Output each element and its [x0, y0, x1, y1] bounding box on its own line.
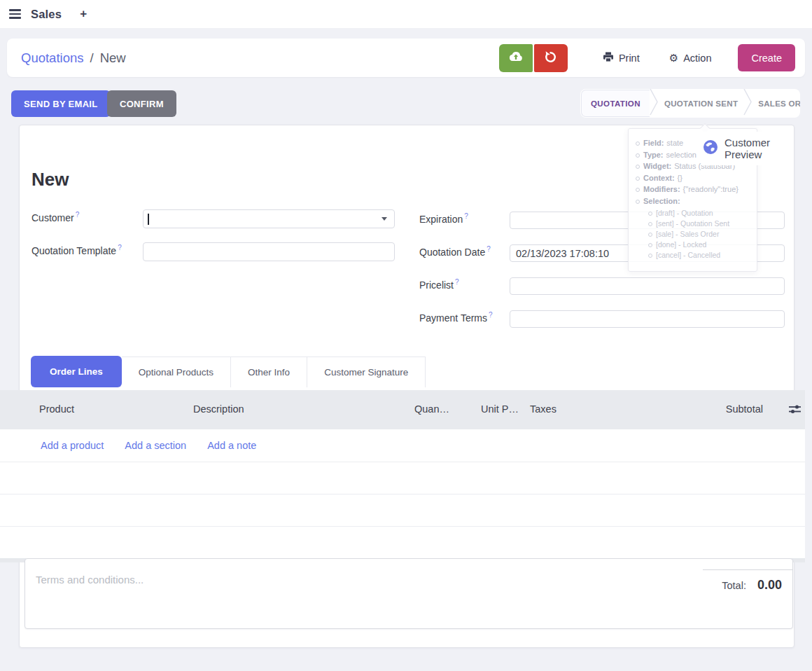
tooltip-selection-item: [sent] - Quotation Sent [648, 219, 751, 229]
table-body: Add a product Add a section Add a note [0, 429, 805, 559]
table-header-row: Product Description Quan… Unit P… Taxes … [0, 390, 805, 429]
payment-terms-input[interactable] [510, 310, 785, 328]
customer-field-label: Customer? [31, 211, 79, 223]
print-label: Print [619, 53, 640, 64]
action-button[interactable]: ⚙ Action [669, 53, 712, 64]
tooltip-selection-item: [draft] - Quotation [648, 208, 751, 219]
undo-icon [544, 50, 557, 65]
tooltip-row: Selection: [636, 195, 751, 207]
empty-table-row [0, 494, 805, 527]
column-header-product[interactable]: Product [39, 403, 74, 415]
order-footer: Terms and conditions... Total: 0.00 [24, 558, 793, 629]
caret-down-icon[interactable] [382, 217, 387, 221]
optional-columns-icon[interactable] [789, 404, 801, 417]
app-menu-sales[interactable]: Sales [31, 8, 62, 21]
send-by-email-button[interactable]: SEND BY EMAIL [11, 90, 111, 117]
tab-optional-products[interactable]: Optional Products [122, 357, 231, 387]
breadcrumb-separator: / [90, 50, 93, 66]
tooltip-selection-list: [draft] - Quotation [sent] - Quotation S… [648, 208, 751, 261]
top-navbar: Sales + [0, 0, 812, 28]
column-header-quantity[interactable]: Quan… [414, 403, 449, 415]
total-block: Total: 0.00 [703, 569, 792, 593]
quotation-date-field-label: Quotation Date? [419, 245, 491, 258]
payment-terms-field-label: Payment Terms? [419, 311, 493, 324]
customer-preview-button[interactable]: Customer Preview [701, 132, 784, 165]
save-button[interactable] [499, 44, 533, 72]
tab-other-info[interactable]: Other Info [231, 357, 307, 387]
text-cursor [148, 214, 149, 225]
notebook-tabs: Order Lines Optional Products Other Info… [31, 356, 426, 387]
column-header-unit-price[interactable]: Unit P… [481, 403, 519, 415]
terms-and-conditions-input[interactable]: Terms and conditions... [36, 574, 144, 586]
pricelist-field-label: Pricelist? [419, 278, 459, 291]
chevron-right-icon [650, 89, 659, 118]
record-title: New [31, 169, 69, 191]
column-header-description[interactable]: Description [193, 403, 244, 415]
help-icon: ? [464, 212, 468, 220]
pricelist-input[interactable] [510, 277, 785, 295]
cloud-upload-icon [509, 51, 523, 64]
create-button[interactable]: Create [738, 44, 795, 71]
tooltip-selection-item: [sale] - Sales Order [648, 229, 751, 240]
total-value: 0.00 [757, 578, 782, 593]
print-button[interactable]: Print [603, 52, 640, 64]
tooltip-selection-item: [done] - Locked [648, 240, 751, 250]
quotation-template-input[interactable] [143, 242, 395, 261]
help-icon: ? [486, 245, 491, 253]
table-add-links-row: Add a product Add a section Add a note [0, 429, 805, 462]
total-label: Total: [722, 580, 746, 591]
column-header-taxes[interactable]: Taxes [530, 403, 556, 415]
breadcrumb-current: New [100, 50, 126, 66]
globe-icon [703, 139, 718, 158]
breadcrumb-quotations-link[interactable]: Quotations [21, 50, 83, 66]
tooltip-selection-item: [cancel] - Cancelled [648, 250, 751, 261]
customer-preview-label: Customer Preview [724, 137, 783, 161]
tooltip-row: Context:{} [636, 172, 751, 184]
help-icon: ? [118, 244, 122, 251]
help-icon: ? [489, 311, 493, 319]
action-label: Action [683, 53, 711, 64]
statusbar: QUOTATION QUOTATION SENT SALES ORDER [580, 89, 800, 118]
expiration-field-label: Expiration? [419, 212, 468, 225]
customer-input[interactable] [143, 209, 395, 228]
chevron-right-icon [743, 89, 752, 118]
add-a-section-link[interactable]: Add a section [125, 440, 186, 451]
tab-order-lines[interactable]: Order Lines [31, 356, 122, 387]
sales-quotation-form-page: Sales + Quotations / New [0, 0, 812, 671]
empty-table-row [0, 462, 805, 494]
control-panel: Quotations / New Print [7, 39, 805, 77]
tab-customer-signature[interactable]: Customer Signature [307, 357, 426, 387]
order-lines-table: Product Description Quan… Unit P… Taxes … [0, 390, 805, 562]
add-a-product-link[interactable]: Add a product [41, 440, 104, 451]
status-step-quotation[interactable]: QUOTATION [581, 90, 650, 117]
discard-button[interactable] [534, 44, 568, 72]
empty-table-row [0, 527, 805, 559]
gear-icon: ⚙ [669, 53, 678, 63]
column-header-subtotal[interactable]: Subtotal [726, 403, 763, 415]
add-a-note-link[interactable]: Add a note [207, 440, 256, 451]
help-icon: ? [76, 211, 80, 219]
confirm-button[interactable]: CONFIRM [107, 90, 176, 117]
quotation-template-field-label: Quotation Template? [31, 244, 122, 256]
status-step-quotation-sent[interactable]: QUOTATION SENT [659, 99, 743, 108]
hamburger-menu-icon[interactable] [9, 9, 21, 19]
status-step-sales-order[interactable]: SALES ORDER [752, 99, 800, 108]
plus-icon[interactable]: + [80, 7, 87, 21]
tooltip-row: Modifiers:{"readonly":true} [636, 184, 751, 195]
help-icon: ? [455, 278, 459, 286]
printer-icon [603, 52, 614, 64]
